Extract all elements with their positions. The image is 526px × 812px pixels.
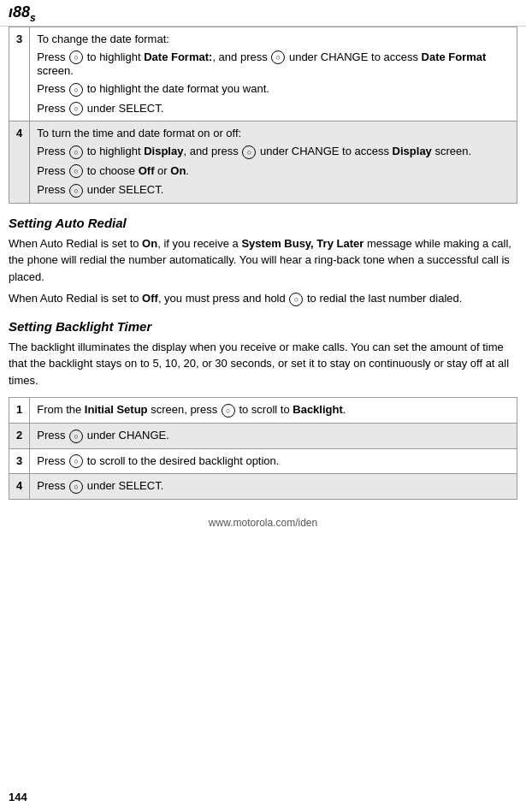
scroll-icon-10: ○: [222, 404, 235, 418]
step4-line4: Press ○ under SELECT.: [37, 183, 510, 198]
step4-line2: Press ○ to highlight Display, and press …: [37, 145, 510, 159]
page-footer: www.motorola.com/iden: [0, 517, 526, 529]
logo: ı88s: [9, 3, 36, 24]
scroll-icon-1: ○: [69, 50, 83, 64]
scroll-icon-12: ○: [69, 454, 83, 468]
backlight-timer-body: The backlight illuminates the display wh…: [9, 339, 517, 389]
backlight-step3-text: Press ○ to scroll to the desired backlig…: [37, 454, 510, 469]
scroll-icon-9: ○: [289, 293, 303, 306]
step4-line1: To turn the time and date format on or o…: [37, 127, 510, 139]
scroll-icon-7: ○: [69, 164, 83, 178]
footer-url: www.motorola.com/iden: [209, 517, 317, 529]
auto-redial-body: When Auto Redial is set to On, if you re…: [9, 235, 517, 307]
scroll-icon-6: ○: [242, 145, 256, 159]
content-area: 3 To change the date format: Press ○ to …: [0, 27, 526, 500]
date-format-steps-table: 3 To change the date format: Press ○ to …: [9, 27, 517, 204]
table-row: 2 Press ○ under CHANGE.: [9, 424, 517, 449]
backlight-step-num-3: 3: [9, 448, 30, 474]
auto-redial-section: Setting Auto Redial When Auto Redial is …: [9, 216, 517, 307]
table-row: 4 To turn the time and date format on or…: [9, 122, 517, 204]
table-row: 1 From the Initial Setup screen, press ○…: [9, 398, 517, 424]
step4-line3: Press ○ to choose Off or On.: [37, 164, 510, 179]
auto-redial-heading: Setting Auto Redial: [9, 216, 517, 230]
backlight-step-content-2: Press ○ under CHANGE.: [30, 424, 517, 449]
page-header: ı88s: [0, 0, 526, 27]
auto-redial-para1: When Auto Redial is set to On, if you re…: [9, 235, 517, 286]
step3-line1: To change the date format:: [37, 33, 510, 45]
scroll-icon-3: ○: [69, 83, 83, 97]
backlight-timer-section: Setting Backlight Timer The backlight il…: [9, 319, 517, 500]
backlight-timer-para1: The backlight illuminates the display wh…: [9, 339, 517, 389]
scroll-icon-11: ○: [69, 430, 83, 443]
step3-line4: Press ○ under SELECT.: [37, 102, 510, 116]
step-content-4: To turn the time and date format on or o…: [30, 122, 517, 204]
backlight-steps-table: 1 From the Initial Setup screen, press ○…: [9, 397, 517, 499]
step-content-3: To change the date format: Press ○ to hi…: [30, 27, 517, 122]
auto-redial-para2: When Auto Redial is set to Off, you must…: [9, 290, 517, 307]
step-number-4: 4: [9, 122, 30, 204]
backlight-step-content-4: Press ○ under SELECT.: [30, 474, 517, 500]
scroll-icon-4: ○: [69, 102, 83, 116]
step3-line2: Press ○ to highlight Date Format:, and p…: [37, 50, 510, 78]
step3-line3: Press ○ to highlight the date format you…: [37, 82, 510, 97]
backlight-step-num-2: 2: [9, 424, 30, 449]
table-row: 3 Press ○ to scroll to the desired backl…: [9, 448, 517, 474]
table-row: 3 To change the date format: Press ○ to …: [9, 27, 517, 122]
scroll-icon-13: ○: [69, 480, 83, 494]
backlight-step4-text: Press ○ under SELECT.: [37, 479, 510, 494]
backlight-step-num-4: 4: [9, 474, 30, 500]
backlight-step-content-1: From the Initial Setup screen, press ○ t…: [30, 398, 517, 424]
backlight-step2-text: Press ○ under CHANGE.: [37, 429, 510, 443]
step-number-3: 3: [9, 27, 30, 122]
page-number: 144: [9, 791, 27, 803]
scroll-icon-8: ○: [69, 184, 83, 198]
backlight-step1-text: From the Initial Setup screen, press ○ t…: [37, 403, 510, 418]
scroll-icon-2: ○: [271, 50, 285, 64]
table-row: 4 Press ○ under SELECT.: [9, 474, 517, 500]
backlight-timer-heading: Setting Backlight Timer: [9, 319, 517, 334]
backlight-step-num-1: 1: [9, 398, 30, 424]
scroll-icon-5: ○: [69, 145, 83, 159]
backlight-step-content-3: Press ○ to scroll to the desired backlig…: [30, 448, 517, 474]
